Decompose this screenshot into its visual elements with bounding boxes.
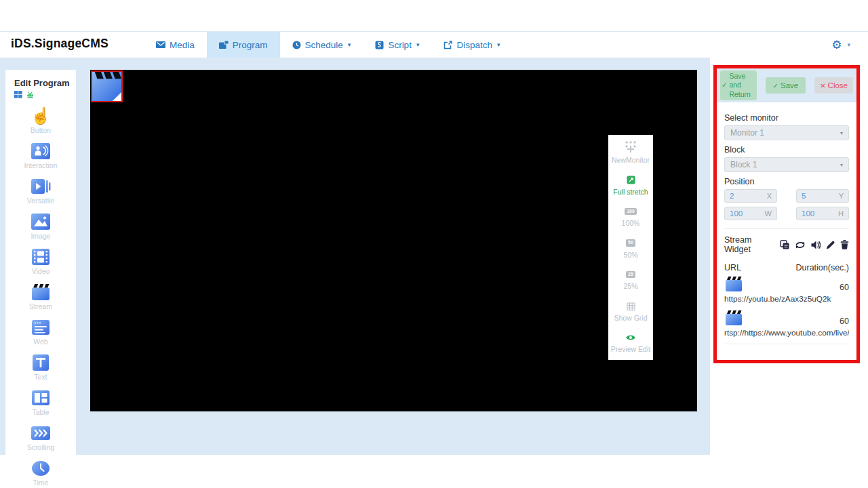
- full-stretch-icon: [608, 175, 653, 186]
- sidebar-tool-time[interactable]: Time: [5, 455, 76, 488]
- sidebar-tool-scrolling[interactable]: Scrolling: [5, 420, 76, 455]
- toolbar-label: 100%: [608, 219, 653, 227]
- divider: [724, 344, 849, 344]
- android-icon: [26, 91, 35, 98]
- position-h-input[interactable]: [802, 209, 830, 218]
- volume-icon[interactable]: [811, 241, 821, 249]
- sidebar-tool-image[interactable]: Image: [5, 208, 76, 243]
- nav-item-program[interactable]: Program: [207, 32, 280, 58]
- platform-icons: [5, 89, 76, 102]
- chevron-down-icon[interactable]: ▾: [847, 41, 850, 48]
- position-x-field[interactable]: X: [724, 189, 777, 203]
- new-monitor-button[interactable]: NewMonitor: [608, 143, 653, 164]
- toolbar-label: Full stretch: [608, 188, 653, 196]
- position-x-input[interactable]: [730, 192, 758, 200]
- nav-menu: Media Program Schedule ▾ Script ▾ Dispat…: [144, 32, 512, 58]
- image-tool-icon: [5, 212, 76, 230]
- stream-entry[interactable]: 60 https://youtu.be/zAax3z5uQ2k: [724, 276, 849, 304]
- zoom-100-button[interactable]: 100 100%: [608, 206, 653, 227]
- position-h-field[interactable]: H: [796, 207, 849, 220]
- block-select-value: Block 1: [730, 160, 757, 169]
- nav-item-script[interactable]: Script ▾: [363, 32, 431, 58]
- position-y-suffix: Y: [839, 192, 844, 200]
- new-monitor-icon: [608, 143, 653, 154]
- brand-rest: SignageCMS: [35, 37, 108, 50]
- zoom-50-button[interactable]: 50 50%: [608, 238, 653, 259]
- sidebar-title: Edit Program: [5, 70, 76, 89]
- close-button[interactable]: ✕ Close: [814, 77, 853, 94]
- gear-icon[interactable]: ⚙: [831, 39, 842, 51]
- time-tool-icon: [5, 459, 76, 477]
- canvas-toolbar: NewMonitor Full stretch 100 100% 50 50% …: [608, 135, 653, 360]
- zoom-25-button[interactable]: 25 25%: [608, 269, 653, 290]
- stream-widget-on-canvas[interactable]: [91, 70, 123, 102]
- sidebar-tool-interaction[interactable]: Interaction: [5, 138, 76, 173]
- block-select[interactable]: Block 1 ▾: [724, 157, 849, 172]
- tool-label: Button: [5, 126, 76, 134]
- script-icon: [375, 41, 384, 49]
- preview-edit-button[interactable]: Preview Edit: [608, 332, 653, 353]
- full-stretch-button[interactable]: Full stretch: [608, 175, 653, 196]
- chevron-down-icon: ▾: [497, 41, 500, 48]
- sidebar-tool-button[interactable]: ☝ Button: [5, 102, 76, 138]
- position-w-suffix: W: [765, 209, 772, 218]
- position-w-field[interactable]: W: [724, 207, 777, 220]
- position-label: Position: [724, 177, 849, 186]
- edit-program-sidebar: Edit Program ☝ Button Interaction Versat…: [5, 70, 76, 455]
- url-header: URL: [724, 263, 741, 272]
- clapperboard-icon: [92, 72, 121, 101]
- versatile-tool-icon: [5, 177, 76, 195]
- tool-label: Scrolling: [5, 443, 76, 451]
- save-button[interactable]: ✓ Save: [766, 77, 806, 94]
- save-and-return-button[interactable]: ✓ Save and Return: [720, 70, 757, 100]
- video-tool-icon: [5, 247, 76, 266]
- zoom-25-icon: 25: [626, 271, 635, 278]
- windows-icon: [14, 91, 22, 98]
- select-monitor-label: Select monitor: [724, 113, 849, 123]
- program-canvas[interactable]: [90, 70, 697, 411]
- sidebar-tool-table[interactable]: Table: [5, 384, 76, 420]
- brand-logo: iDS.SignageCMS: [11, 37, 108, 51]
- nav-label: Script: [388, 40, 412, 50]
- zoom-50-icon: 50: [626, 239, 635, 246]
- check-icon: ✓: [722, 81, 727, 90]
- navbar: iDS.SignageCMS Media Program Schedule ▾ …: [0, 32, 868, 58]
- nav-item-schedule[interactable]: Schedule ▾: [280, 32, 363, 58]
- chevron-down-icon: ▾: [348, 41, 351, 48]
- loop-icon[interactable]: [795, 241, 806, 249]
- nav-label: Dispatch: [456, 40, 492, 50]
- chevron-down-icon: ▾: [840, 130, 843, 136]
- zoom-100-icon: 100: [625, 208, 637, 215]
- nav-label: Program: [233, 40, 268, 50]
- tool-label: Time: [5, 479, 76, 487]
- nav-item-media[interactable]: Media: [144, 32, 207, 58]
- duration-header: Duration(sec.): [796, 263, 850, 272]
- sidebar-tool-web[interactable]: Web: [5, 314, 76, 349]
- sidebar-tool-versatile[interactable]: Versatile: [5, 173, 76, 208]
- divider: [724, 228, 849, 229]
- toolbar-label: 25%: [608, 282, 653, 290]
- sidebar-tool-text[interactable]: Text: [5, 349, 76, 384]
- position-y-input[interactable]: [802, 192, 830, 200]
- copy-icon[interactable]: [780, 240, 789, 249]
- edit-pencil-icon[interactable]: [826, 241, 835, 249]
- position-w-input[interactable]: [730, 209, 758, 218]
- tool-label: Stream: [5, 302, 76, 310]
- button-tool-icon: ☝: [5, 106, 76, 125]
- web-tool-icon: [5, 318, 76, 336]
- stream-entry[interactable]: 60 rtsp://https://www.youtube.com/live/o…: [724, 310, 849, 338]
- delete-trash-icon[interactable]: [840, 240, 849, 249]
- close-icon: ✕: [820, 82, 825, 89]
- entry-list-header: URL Duration(sec.): [724, 263, 849, 272]
- show-grid-button[interactable]: Show Grid: [608, 301, 653, 322]
- chevron-down-icon: ▾: [840, 162, 843, 168]
- entry-duration: 60: [840, 283, 849, 292]
- sidebar-tool-video[interactable]: Video: [5, 243, 76, 279]
- position-y-field[interactable]: Y: [796, 189, 849, 203]
- nav-item-dispatch[interactable]: Dispatch ▾: [431, 32, 512, 58]
- monitor-select[interactable]: Monitor 1 ▾: [724, 125, 849, 140]
- tool-label: Text: [5, 373, 76, 381]
- tool-label: Interaction: [5, 161, 76, 169]
- sidebar-tool-stream[interactable]: Stream: [5, 279, 76, 314]
- position-x-suffix: X: [767, 192, 772, 200]
